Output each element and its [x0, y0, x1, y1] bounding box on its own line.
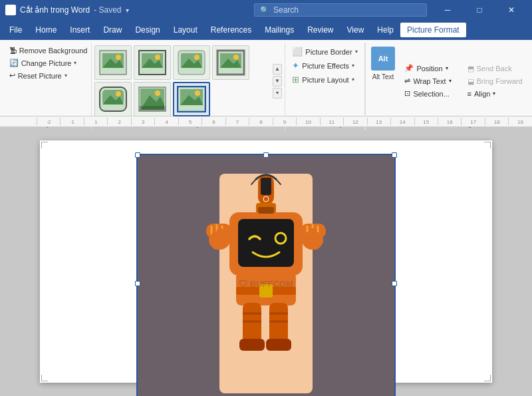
robot-svg: [200, 174, 332, 393]
svg-rect-61: [239, 339, 265, 351]
layout-caret: ▾: [352, 77, 354, 83]
wrap-caret: ▾: [449, 78, 452, 84]
picture-styles-content: ▲ ▼ ▾: [94, 43, 282, 119]
menu-mailings[interactable]: Mailings: [258, 23, 301, 37]
ruler-mark: 18: [485, 118, 508, 125]
svg-rect-56: [269, 303, 288, 343]
menu-layout[interactable]: Layout: [167, 23, 204, 37]
menu-picture-format[interactable]: Picture Format: [400, 23, 466, 37]
ruler-mark: 2: [107, 118, 130, 125]
scroll-up-btn[interactable]: ▲: [273, 64, 282, 75]
search-bar[interactable]: 🔍 Search: [254, 3, 427, 17]
pic-style-2[interactable]: [134, 45, 171, 80]
robot-image: 🛡 BUFFCOM: [138, 155, 394, 396]
scroll-more-btn[interactable]: ▾: [273, 88, 282, 99]
picture-styles-list: [94, 45, 269, 116]
svg-rect-62: [266, 339, 291, 351]
ruler-mark: 8: [249, 118, 272, 125]
picture-layout-btn[interactable]: ⊞ Picture Layout ▾: [288, 73, 358, 86]
send-back-icon: ⬒: [467, 65, 474, 73]
menu-references[interactable]: References: [204, 23, 258, 37]
border-icon: ⬜: [292, 47, 303, 57]
selected-image[interactable]: 🛡 BUFFCOM: [136, 154, 396, 396]
close-button[interactable]: ✕: [496, 0, 527, 20]
svg-point-11: [194, 55, 200, 60]
document-title: Cắt ảnh trong Word: [20, 5, 90, 15]
bring-forward-btn[interactable]: ⬓ Bring Forward: [465, 76, 525, 87]
ruler-mark: 9: [273, 118, 296, 125]
alt-text-icon[interactable]: Alt: [371, 47, 395, 71]
corner-bl: [41, 375, 48, 381]
menu-review[interactable]: Review: [301, 23, 340, 37]
pic-style-7[interactable]: [173, 82, 210, 116]
selection-btn[interactable]: ⊡ Selection...: [402, 88, 454, 99]
ruler-mark: 13: [367, 118, 390, 125]
title-bar-left: Cắt ảnh trong Word - Saved ▾: [5, 5, 254, 15]
search-icon: 🔍: [260, 6, 269, 15]
picture-effects-btn[interactable]: ✦ Picture Effects ▾: [288, 59, 358, 72]
svg-point-32: [263, 196, 269, 202]
title-dropdown-icon[interactable]: ▾: [126, 7, 129, 14]
wrap-icon: ⇌: [404, 77, 410, 85]
menu-design[interactable]: Design: [128, 23, 166, 37]
align-btn[interactable]: ≡ Align ▾: [465, 89, 525, 99]
align-label: Align: [474, 90, 490, 98]
pic-styles-scroll: ▲ ▼ ▾: [273, 64, 282, 99]
layout-icon: ⊞: [292, 75, 299, 85]
change-picture-btn[interactable]: 🔄 Change Picture ▾: [5, 57, 81, 69]
effects-label: Picture Effects: [302, 62, 349, 70]
scroll-down-btn[interactable]: ▼: [273, 76, 282, 87]
svg-rect-37: [258, 207, 274, 214]
ruler-mark: 16: [438, 118, 461, 125]
border-label: Picture Border: [305, 48, 352, 56]
menu-file[interactable]: File: [3, 23, 29, 37]
ruler-mark: ·2: [37, 118, 60, 125]
svg-point-19: [116, 91, 121, 97]
reset-picture-btn[interactable]: ↩ Reset Picture ▾: [5, 70, 71, 81]
compress-pictures-btn[interactable]: 🗜 Remove Background: [5, 45, 92, 56]
pic-style-3[interactable]: [173, 45, 210, 80]
effects-caret: ▾: [352, 63, 354, 69]
pic-style-1[interactable]: [94, 45, 132, 80]
ruler-mark: 1: [84, 118, 107, 125]
picture-options-content: ⬜ Picture Border ▾ ✦ Picture Effects ▾ ⊞…: [288, 43, 361, 119]
ruler-mark: 3: [131, 118, 154, 125]
arrange-col-2: ⬒ Send Back ⬓ Bring Forward ≡ Align ▾: [462, 63, 528, 99]
effects-icon: ✦: [292, 61, 299, 71]
pic-style-4[interactable]: [212, 45, 249, 80]
svg-rect-24: [139, 106, 166, 111]
ruler-content: ·2 ·1 1 2 3 4 5 6 7 8 9 10 11 12 13 14 1…: [0, 118, 532, 125]
search-placeholder: Search: [273, 5, 299, 15]
svg-rect-52: [217, 228, 223, 238]
menu-view[interactable]: View: [340, 23, 371, 37]
picture-border-btn[interactable]: ⬜ Picture Border ▾: [288, 45, 361, 58]
menu-help[interactable]: Help: [370, 23, 400, 37]
wrap-text-btn[interactable]: ⇌ Wrap Text ▾: [402, 75, 454, 87]
ruler-mark: 19: [508, 118, 531, 125]
ruler-mark: 5: [178, 118, 201, 125]
svg-rect-35: [238, 219, 294, 267]
minimize-button[interactable]: ─: [432, 0, 463, 20]
menu-home[interactable]: Home: [29, 23, 63, 37]
layout-label: Picture Layout: [302, 76, 348, 84]
svg-rect-50: [259, 284, 273, 297]
svg-point-28: [195, 91, 200, 96]
ruler-mark: 12: [343, 118, 366, 125]
change-caret: ▾: [74, 60, 76, 66]
maximize-button[interactable]: □: [464, 0, 495, 20]
menu-insert[interactable]: Insert: [63, 23, 96, 37]
menu-draw[interactable]: Draw: [96, 23, 128, 37]
svg-point-3: [116, 55, 121, 60]
reset-label: Reset Picture: [18, 72, 62, 80]
ruler-mark: 15: [414, 118, 438, 125]
ruler-mark: 17: [461, 118, 484, 125]
bring-forward-label: Bring Forward: [477, 77, 523, 85]
position-btn[interactable]: 📌 Position ▾: [402, 63, 454, 74]
wrap-label: Wrap Text: [413, 77, 446, 85]
send-back-btn[interactable]: ⬒ Send Back: [465, 63, 525, 75]
document-area: 🛡 BUFFCOM: [0, 127, 532, 396]
pic-style-5[interactable]: [94, 82, 132, 116]
compress-icon: 🗜: [9, 47, 17, 55]
ruler: ·2 ·1 1 2 3 4 5 6 7 8 9 10 11 12 13 14 1…: [0, 116, 532, 127]
pic-style-6[interactable]: [134, 82, 171, 116]
